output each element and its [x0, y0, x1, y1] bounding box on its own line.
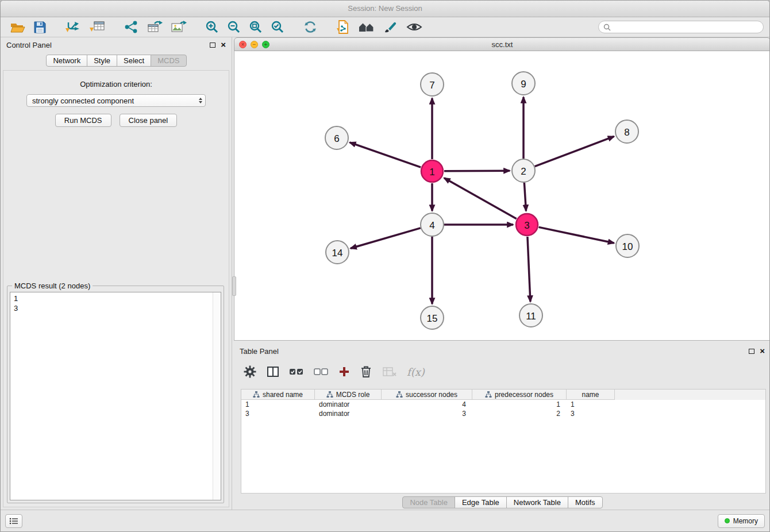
- minimize-window-button[interactable]: −: [251, 41, 258, 48]
- table-row[interactable]: 3 dominator 3 2 3: [241, 409, 765, 418]
- save-session-button[interactable]: [31, 20, 49, 35]
- edge-3-11[interactable]: [528, 237, 530, 302]
- tab-style[interactable]: Style: [87, 55, 117, 67]
- apply-style-button[interactable]: [381, 19, 401, 35]
- panel-selector-button[interactable]: [5, 514, 22, 528]
- tab-edge-table[interactable]: Edge Table: [455, 496, 507, 508]
- edge-2-8[interactable]: [535, 136, 614, 166]
- cell-successor-nodes: 4: [382, 400, 472, 409]
- clone-network-icon: [336, 20, 350, 34]
- status-bar: Memory: [1, 510, 769, 531]
- network-from-selection-button[interactable]: [121, 19, 141, 35]
- mcds-result-list[interactable]: 1 3: [10, 292, 221, 500]
- edge-3-10[interactable]: [539, 227, 614, 243]
- window-titlebar[interactable]: Session: New Session: [1, 1, 769, 17]
- delete-column-button[interactable]: [360, 365, 372, 379]
- svg-text:7: 7: [429, 80, 434, 91]
- deselect-all-button[interactable]: [314, 367, 329, 377]
- maximize-window-button[interactable]: +: [262, 41, 270, 48]
- criterion-dropdown-value: strongly connected component: [32, 97, 134, 105]
- eye-icon: [406, 21, 422, 33]
- node-3[interactable]: 3: [516, 214, 538, 236]
- table-settings-button[interactable]: [243, 365, 257, 379]
- float-panel-icon[interactable]: [210, 43, 215, 48]
- close-panel-icon[interactable]: ×: [221, 41, 226, 49]
- import-table-button[interactable]: [87, 19, 107, 35]
- zoom-out-icon: [227, 20, 241, 34]
- table-panel-title: Table Panel: [240, 347, 279, 356]
- node-6[interactable]: 6: [325, 126, 348, 149]
- tab-node-table[interactable]: Node Table: [402, 496, 455, 508]
- memory-button[interactable]: Memory: [718, 514, 765, 528]
- svg-text:4: 4: [429, 220, 434, 231]
- trash-icon: [360, 365, 372, 379]
- result-scrollbar[interactable]: [213, 292, 221, 500]
- node-1[interactable]: 1: [421, 160, 443, 182]
- run-mcds-button[interactable]: Run MCDS: [55, 114, 111, 127]
- import-network-button[interactable]: [63, 19, 83, 35]
- show-columns-button[interactable]: [267, 366, 279, 377]
- control-panel-title: Control Panel: [6, 41, 52, 49]
- node-9[interactable]: 9: [512, 72, 535, 95]
- edge-2-3[interactable]: [524, 183, 526, 211]
- clone-network-button[interactable]: [334, 18, 352, 36]
- float-table-panel-icon[interactable]: [749, 349, 754, 354]
- node-2[interactable]: 2: [512, 159, 535, 182]
- node-table: shared name MCDS role successor nodes pr…: [241, 389, 766, 494]
- tab-mcds[interactable]: MCDS: [151, 55, 186, 67]
- export-table-button[interactable]: [144, 19, 165, 35]
- close-panel-button[interactable]: Close panel: [120, 114, 178, 127]
- column-header-shared-name[interactable]: shared name: [241, 390, 315, 400]
- network-graph[interactable]: 7968124314101511: [234, 51, 770, 340]
- node-14[interactable]: 14: [326, 241, 349, 264]
- edge-4-14[interactable]: [351, 228, 421, 248]
- column-header-successor-nodes[interactable]: successor nodes: [382, 390, 472, 400]
- delete-table-icon: [382, 366, 397, 377]
- close-window-button[interactable]: ×: [239, 41, 247, 48]
- column-header-predecessor-nodes[interactable]: predecessor nodes: [472, 390, 567, 400]
- node-11[interactable]: 11: [519, 304, 542, 327]
- edge-3-1[interactable]: [444, 178, 517, 219]
- node-8[interactable]: 8: [615, 120, 638, 143]
- show-graphics-details-button[interactable]: [404, 20, 425, 34]
- network-canvas[interactable]: 7968124314101511: [234, 51, 770, 341]
- column-header-mcds-role[interactable]: MCDS role: [315, 390, 382, 400]
- criterion-dropdown[interactable]: strongly connected component: [26, 94, 206, 107]
- nested-network-button[interactable]: [356, 20, 378, 34]
- zoom-selected-icon: [271, 20, 284, 34]
- zoom-out-button[interactable]: [225, 19, 243, 35]
- add-column-button[interactable]: [338, 366, 350, 377]
- tab-network-table[interactable]: Network Table: [506, 496, 568, 508]
- zoom-selected-button[interactable]: [268, 19, 287, 35]
- export-image-button[interactable]: [168, 19, 189, 35]
- table-row[interactable]: 1 dominator 4 1 1: [241, 400, 765, 409]
- svg-text:10: 10: [622, 241, 633, 252]
- svg-text:9: 9: [521, 79, 526, 90]
- open-session-button[interactable]: [8, 20, 28, 34]
- node-4[interactable]: 4: [421, 213, 444, 236]
- search-field[interactable]: [598, 21, 764, 33]
- node-7[interactable]: 7: [421, 73, 444, 96]
- panel-splitter-handle[interactable]: [232, 276, 236, 296]
- network-window-titlebar[interactable]: × − + scc.txt: [234, 37, 770, 51]
- column-type-icon: [485, 391, 492, 398]
- edge-1-2[interactable]: [444, 171, 510, 171]
- node-15[interactable]: 15: [421, 306, 444, 329]
- zoom-in-button[interactable]: [203, 19, 221, 35]
- zoom-fit-icon: [249, 20, 263, 34]
- node-10[interactable]: 10: [616, 234, 639, 257]
- unchecked-boxes-icon: [314, 367, 329, 377]
- tab-network[interactable]: Network: [46, 55, 87, 67]
- select-all-button[interactable]: [289, 367, 304, 377]
- export-image-icon: [171, 20, 187, 34]
- cell-name: 1: [567, 400, 615, 409]
- window-title: Session: New Session: [348, 4, 422, 13]
- column-header-name[interactable]: name: [567, 390, 615, 400]
- zoom-fit-button[interactable]: [247, 19, 265, 35]
- edge-1-6[interactable]: [350, 142, 421, 167]
- search-input[interactable]: [614, 22, 759, 32]
- refresh-view-button[interactable]: [301, 19, 320, 35]
- close-table-panel-icon[interactable]: ×: [760, 347, 765, 355]
- tab-motifs[interactable]: Motifs: [568, 496, 603, 508]
- tab-select[interactable]: Select: [117, 55, 151, 67]
